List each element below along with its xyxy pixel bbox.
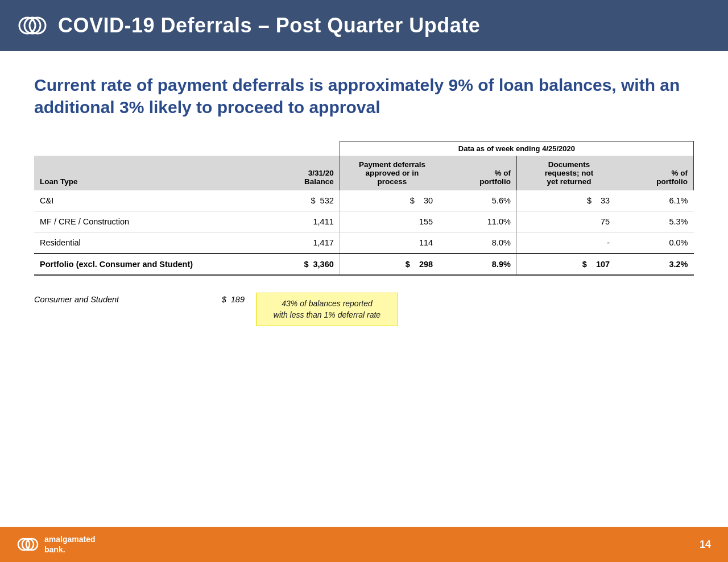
page-title: COVID-19 Deferrals – Post Quarter Update: [58, 14, 480, 38]
data-table: Data as of week ending 4/25/2020 Loan Ty…: [34, 141, 694, 276]
table-cell-docs: -: [516, 232, 621, 254]
consumer-balance: $ 189: [193, 293, 250, 304]
table-cell-payment: 155: [340, 211, 444, 232]
table-cell-pct2: 5.3%: [621, 211, 693, 232]
table-cell-pct1: 8.9%: [444, 253, 516, 275]
footer-logo-icon: [17, 534, 39, 555]
table-row: MF / CRE / Construction: [34, 211, 259, 232]
main-content: Current rate of payment deferrals is app…: [0, 51, 728, 326]
th-balance: 3/31/20 Balance: [259, 156, 340, 190]
table-row: Residential: [34, 232, 259, 254]
table-cell-pct1: 5.6%: [444, 190, 516, 211]
table-row: Portfolio (excl. Consumer and Student): [34, 253, 259, 275]
th-loan-type: Loan Type: [34, 156, 259, 190]
header-logo-icon: [17, 10, 48, 41]
th-pct1: % of portfolio: [444, 156, 516, 190]
table-cell-payment: $ 298: [340, 253, 444, 275]
table-cell-pct1: 11.0%: [444, 211, 516, 232]
table-cell-docs: 75: [516, 211, 621, 232]
tagline: Current rate of payment deferrals is app…: [34, 74, 694, 118]
th-pct2: % of portfolio: [621, 156, 693, 190]
th-docs: Documents requests; not yet returned: [516, 156, 621, 190]
table-cell-pct2: 3.2%: [621, 253, 693, 275]
th-payment: Payment deferrals approved or in process: [340, 156, 444, 190]
table-cell-docs: $ 107: [516, 253, 621, 275]
footer-logo: amalgamated bank.: [17, 534, 95, 555]
footer-page-number: 14: [700, 539, 711, 551]
table-cell-pct2: 0.0%: [621, 232, 693, 254]
table-cell-balance: 1,417: [259, 232, 340, 254]
table-cell-pct2: 6.1%: [621, 190, 693, 211]
consumer-note: 43% of balances reportedwith less than 1…: [256, 293, 398, 326]
table-cell-payment: $ 30: [340, 190, 444, 211]
table-cell-balance: $ 3,360: [259, 253, 340, 275]
table-row: C&I: [34, 190, 259, 211]
header-bar: COVID-19 Deferrals – Post Quarter Update: [0, 0, 728, 51]
table-cell-payment: 114: [340, 232, 444, 254]
table-cell-pct1: 8.0%: [444, 232, 516, 254]
consumer-row: Consumer and Student $ 189 43% of balanc…: [34, 293, 694, 326]
table-cell-balance: 1,411: [259, 211, 340, 232]
footer-bar: amalgamated bank. 14: [0, 527, 728, 562]
consumer-label: Consumer and Student: [34, 293, 193, 304]
footer-logo-text: amalgamated bank.: [44, 534, 95, 555]
table-cell-docs: $ 33: [516, 190, 621, 211]
date-group-header: Data as of week ending 4/25/2020: [340, 141, 693, 156]
th-empty2: [259, 141, 340, 156]
table-cell-balance: $ 532: [259, 190, 340, 211]
th-empty: [34, 141, 259, 156]
